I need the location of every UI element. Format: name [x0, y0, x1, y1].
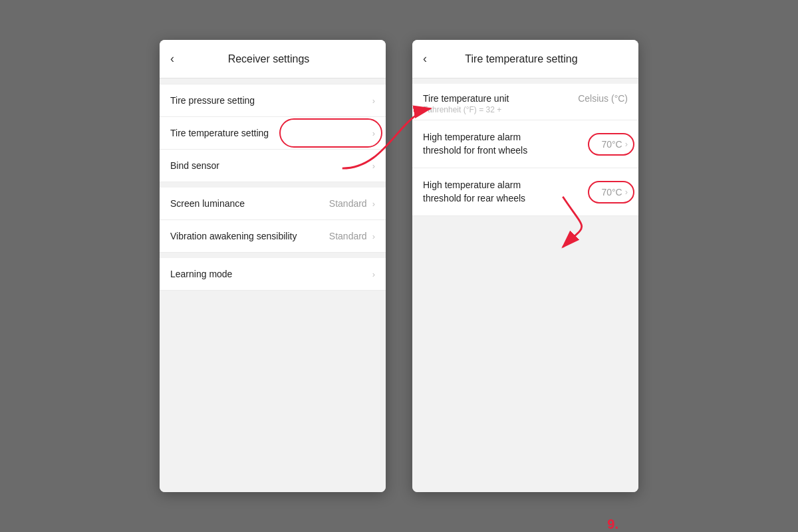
chevron-icon-vibration: › [372, 231, 375, 241]
temp-unit-sub: Fahrenheit (°F) = 32 + [423, 105, 628, 114]
menu-item-label-screen-luminance: Screen luminance [170, 198, 245, 209]
left-header: ‹ Receiver settings [160, 40, 386, 78]
back-icon-right[interactable]: ‹ [423, 52, 427, 66]
menu-item-label-bind-sensor: Bind sensor [170, 160, 219, 171]
menu-item-right-vibration: Standard› [329, 231, 375, 241]
chevron-icon-rear-wheels: › [625, 187, 628, 197]
temp-unit-value: Celsius (°C) [578, 93, 628, 104]
right-panel-title: Tire temperature setting [432, 53, 610, 65]
chevron-icon-tire-temperature: › [372, 128, 375, 138]
left-panel-content: Tire pressure setting›Tire temperature s… [160, 78, 386, 492]
menu-item-bind-sensor[interactable]: Bind sensor› [160, 150, 386, 182]
chevron-icon-front-wheels: › [625, 139, 628, 149]
menu-item-right-learning-mode: › [372, 269, 375, 279]
chevron-icon-screen-luminance: › [372, 199, 375, 209]
menu-item-value-screen-luminance: Standard [329, 198, 367, 209]
right-header: ‹ Tire temperature setting [412, 40, 638, 78]
menu-item-learning-mode[interactable]: Learning mode› [160, 258, 386, 291]
menu-item-right-tire-temperature: › [372, 128, 375, 138]
menu-item-label-vibration: Vibration awakening sensibility [170, 231, 297, 241]
menu-item-right-tire-pressure: › [372, 96, 375, 106]
threshold-label-rear-wheels: High temperature alarm threshold for rea… [423, 179, 556, 205]
back-icon-left[interactable]: ‹ [170, 52, 174, 66]
menu-item-right-bind-sensor: › [372, 161, 375, 171]
highlight-circle-tire-temperature [279, 118, 382, 148]
threshold-label-front-wheels: High temperature alarm threshold for fro… [423, 131, 556, 157]
left-panel-title: Receiver settings [180, 53, 358, 65]
threshold-value-front-wheels: 70°C [601, 139, 622, 150]
threshold-item-rear-wheels[interactable]: High temperature alarm threshold for rea… [412, 168, 638, 216]
left-panel: ‹ Receiver settings Tire pressure settin… [160, 40, 386, 492]
threshold-value-rear-wheels: 70°C [601, 187, 622, 198]
right-panel: ‹ Tire temperature setting Tire temperat… [412, 40, 638, 492]
threshold-item-front-wheels[interactable]: High temperature alarm threshold for fro… [412, 120, 638, 168]
menu-item-label-tire-temperature: Tire temperature setting [170, 128, 269, 138]
chevron-icon-bind-sensor: › [372, 161, 375, 171]
chevron-icon-learning-mode: › [372, 269, 375, 279]
menu-item-label-learning-mode: Learning mode [170, 269, 232, 279]
temp-unit-label: Tire temperature unit [423, 93, 509, 104]
temp-unit-item: Tire temperature unit Celsius (°C) Fahre… [412, 84, 638, 120]
threshold-right-rear-wheels: 70°C› [601, 187, 628, 198]
threshold-right-front-wheels: 70°C› [601, 139, 628, 150]
right-panel-content: Tire temperature unit Celsius (°C) Fahre… [412, 78, 638, 492]
menu-item-right-screen-luminance: Standard› [329, 198, 375, 209]
menu-item-tire-temperature[interactable]: Tire temperature setting› [160, 117, 386, 150]
menu-item-vibration[interactable]: Vibration awakening sensibilityStandard› [160, 220, 386, 253]
chevron-icon-tire-pressure: › [372, 96, 375, 106]
menu-item-tire-pressure[interactable]: Tire pressure setting› [160, 84, 386, 117]
menu-item-label-tire-pressure: Tire pressure setting [170, 95, 255, 106]
menu-item-value-vibration: Standard [329, 231, 367, 241]
menu-item-screen-luminance[interactable]: Screen luminanceStandard› [160, 188, 386, 220]
